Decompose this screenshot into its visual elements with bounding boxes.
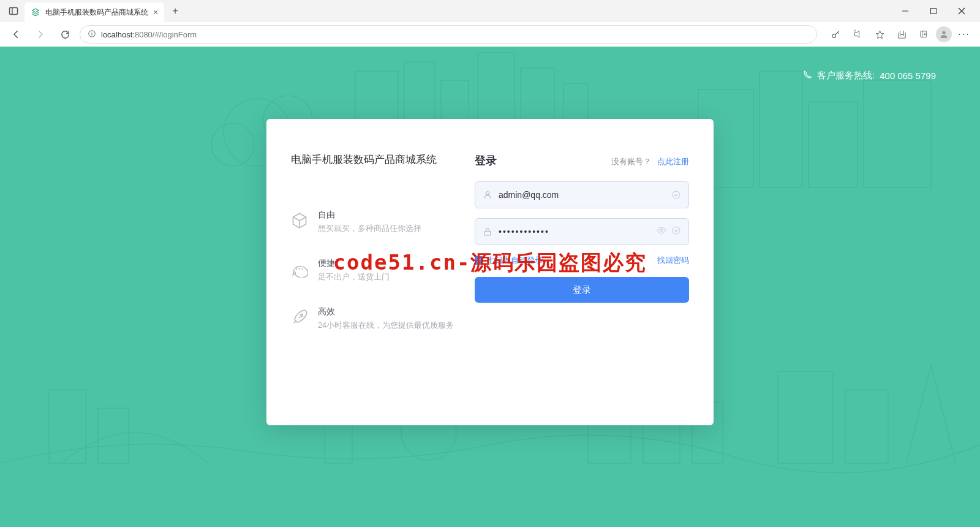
collections-icon[interactable] [914, 25, 933, 44]
svg-point-14 [942, 31, 945, 34]
url-field[interactable]: localhost:8080/#/loginForm [80, 25, 817, 44]
new-tab-button[interactable]: + [167, 2, 184, 20]
address-bar: localhost:8080/#/loginForm A ··· [0, 22, 980, 47]
more-menu-button[interactable]: ··· [954, 25, 974, 44]
page-content: 客户服务热线: 400 065 5799 电脑手机服装数码产品商城系统 自由 想… [0, 47, 980, 47]
maximize-button[interactable] [920, 1, 947, 21]
site-info-icon[interactable] [88, 29, 96, 40]
browser-chrome: 电脑手机服装数码产品商城系统 × + localhost:8080/#/logi… [0, 0, 980, 47]
back-button[interactable] [6, 25, 26, 44]
svg-point-9 [832, 34, 835, 37]
password-key-icon[interactable] [826, 25, 845, 44]
favicon-icon [31, 7, 40, 17]
background-illustration [0, 47, 980, 47]
close-window-button[interactable] [948, 1, 975, 21]
profile-avatar[interactable] [936, 26, 952, 42]
forward-button[interactable] [31, 25, 50, 44]
tab-panel-button[interactable] [5, 2, 22, 20]
svg-rect-0 [10, 8, 18, 15]
read-aloud-icon[interactable]: A [848, 25, 867, 44]
tab-title: 电脑手机服装数码产品商城系统 [45, 7, 148, 18]
svg-point-8 [91, 31, 92, 32]
tab-bar: 电脑手机服装数码产品商城系统 × + [0, 0, 980, 22]
browser-tab-active[interactable]: 电脑手机服装数码产品商城系统 × [24, 2, 164, 22]
window-controls [892, 1, 975, 21]
favorites-star-icon[interactable] [870, 25, 889, 44]
svg-rect-3 [931, 9, 937, 14]
refresh-button[interactable] [55, 25, 75, 44]
favorites-bar-icon[interactable] [892, 25, 911, 44]
url-text: localhost:8080/#/loginForm [101, 30, 197, 39]
tab-close-icon[interactable]: × [153, 7, 158, 17]
minimize-button[interactable] [892, 1, 919, 21]
